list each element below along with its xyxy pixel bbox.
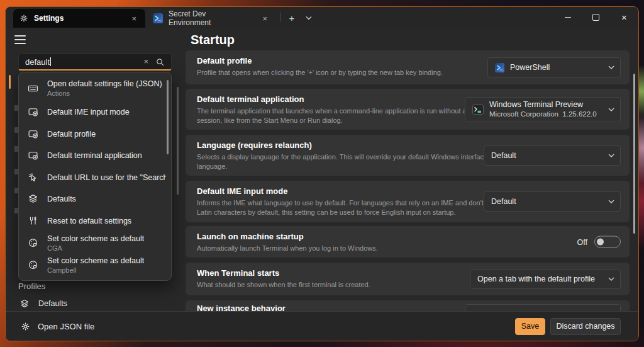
setting-title: Launch on machine startup — [197, 232, 378, 241]
setting-card-default-profile: Default profile Profile that opens when … — [186, 50, 630, 84]
chevron-down-icon — [608, 277, 614, 282]
search-result-item[interactable]: Default URL to use for the "Search... — [19, 167, 166, 188]
close-tab-icon[interactable]: × — [260, 13, 270, 24]
setting-title: When Terminal starts — [197, 268, 370, 278]
close-tab-icon[interactable]: × — [129, 13, 139, 24]
minimize-button[interactable] — [553, 7, 582, 28]
terminal-settings-window: Settings × Secret Dev Environment × + — [5, 6, 639, 341]
sidebar-item-label: Defaults — [38, 299, 67, 308]
when-terminal-starts-dropdown[interactable]: Open a tab with the default profile — [470, 269, 621, 289]
setting-title: Default terminal application — [197, 94, 511, 104]
tab-settings[interactable]: Settings × — [13, 9, 145, 28]
dropdown-value: PowerShell — [510, 63, 550, 72]
gear-icon — [19, 14, 28, 23]
palette-icon — [28, 237, 38, 248]
powershell-icon — [153, 13, 163, 23]
minimize-icon — [565, 17, 571, 18]
palette-icon — [28, 280, 38, 281]
keyboard-icon — [28, 83, 38, 94]
sidebar-profiles-header: Profiles — [18, 282, 45, 291]
search-input[interactable]: default × — [18, 54, 172, 71]
search-value: default — [25, 57, 50, 67]
language-dropdown[interactable]: Default — [484, 145, 621, 166]
setting-card-default-ime-input-mode: Default IME input mode Informs the IME w… — [186, 181, 630, 222]
titlebar[interactable]: Settings × Secret Dev Environment × + — [6, 7, 638, 28]
setting-card-launch-on-machine-startup: Launch on machine startup Automatically … — [186, 226, 630, 258]
search-result-item[interactable]: Default terminal application — [19, 145, 166, 166]
search-result-item[interactable]: Set color scheme as default Campbell — [19, 253, 166, 276]
open-json-file-label: Open JSON file — [38, 322, 94, 331]
new-tab-setting-icon — [28, 128, 38, 139]
setting-description: Informs the IME what language to use by … — [197, 198, 511, 218]
flyout-scrollbar[interactable] — [167, 80, 169, 154]
default-ime-input-mode-dropdown[interactable]: Default — [484, 191, 621, 212]
setting-description: What should be shown when the first term… — [197, 280, 370, 290]
search-result-item[interactable]: Default IME input mode — [19, 101, 166, 122]
setting-description: The terminal application that launches w… — [197, 106, 511, 126]
search-result-item[interactable]: Defaults — [19, 188, 166, 209]
search-result-item[interactable]: Set color scheme as default — [19, 275, 166, 281]
gear-icon — [21, 322, 30, 331]
layers-icon — [19, 299, 30, 309]
search-icon[interactable] — [155, 57, 165, 67]
layers-icon — [28, 193, 38, 204]
hamburger-menu-button[interactable] — [14, 35, 26, 44]
default-terminal-application-dropdown[interactable]: Windows Terminal Preview Microsoft Corpo… — [465, 97, 621, 122]
search-result-item[interactable]: Set color scheme as default CGA — [19, 231, 166, 254]
setting-card-default-terminal-application: Default terminal application The termina… — [186, 89, 630, 130]
setting-description: Automatically launch Terminal when you l… — [197, 244, 378, 253]
setting-title: Default profile — [197, 56, 443, 65]
desktop: { "glyphs": { "close": "×", "plus": "+" … — [0, 0, 644, 347]
setting-card-language: Language (requires relaunch) Selects a d… — [186, 135, 630, 176]
new-tab-button[interactable]: + — [284, 11, 299, 25]
chevron-down-icon — [608, 200, 614, 204]
new-tab-setting-icon — [28, 150, 38, 161]
save-button[interactable]: Save — [515, 318, 545, 335]
new-tab-setting-icon — [28, 106, 38, 117]
search-result-item[interactable]: Reset to default settings — [19, 210, 166, 231]
terminal-preview-icon — [472, 104, 484, 115]
search-results-flyout: Open default settings file (JSON) Action… — [18, 72, 172, 281]
setting-title: Default IME input mode — [197, 186, 511, 196]
toggle-state-label: Off — [577, 237, 587, 246]
discard-changes-button[interactable]: Discard changes — [550, 318, 621, 335]
dropdown-value: Default — [491, 197, 516, 206]
dropdown-value-sub: Microsoft Corporation 1.25.622.0 — [489, 110, 597, 118]
setting-description: Profile that opens when clicking the '+'… — [197, 68, 443, 77]
chevron-down-icon — [608, 65, 614, 70]
launch-on-startup-toggle[interactable] — [594, 236, 621, 248]
tab-label: Secret Dev Environment — [169, 9, 248, 27]
clear-search-icon[interactable]: × — [143, 57, 148, 66]
open-json-file-button[interactable]: Open JSON file — [21, 322, 94, 331]
toggle-knob — [597, 239, 604, 246]
maximize-icon — [592, 14, 599, 21]
text-caret — [50, 57, 51, 66]
maximize-button[interactable] — [582, 7, 610, 28]
powershell-icon — [495, 63, 504, 72]
sidebar-scrollbar[interactable] — [177, 87, 179, 195]
palette-icon — [28, 259, 38, 270]
tab-divider — [280, 13, 281, 22]
window-controls: × — [553, 7, 638, 28]
tab-secret-dev-environment[interactable]: Secret Dev Environment × — [147, 9, 276, 28]
setting-title: Language (requires relaunch) — [197, 140, 511, 150]
chevron-down-icon — [608, 107, 614, 111]
search-result-item[interactable]: Default profile — [19, 123, 166, 144]
chevron-down-icon — [306, 16, 312, 20]
default-profile-dropdown[interactable]: PowerShell — [487, 57, 621, 77]
sidebar-item-defaults[interactable]: Defaults — [19, 299, 67, 309]
tools-icon — [28, 215, 38, 226]
page-title: Startup — [191, 33, 235, 47]
setting-description: Selects a display language for the appli… — [197, 152, 511, 172]
close-button[interactable]: × — [610, 7, 638, 28]
tab-label: Settings — [34, 14, 64, 23]
nav-selection-indicator — [9, 75, 11, 89]
dropdown-value: Default — [491, 151, 516, 160]
content-scrollbar[interactable] — [633, 74, 635, 234]
chevron-down-icon — [608, 153, 614, 157]
footer-bar: Open JSON file Save Discard changes — [6, 311, 638, 341]
setting-card-when-terminal-starts: When Terminal starts What should be show… — [186, 263, 630, 295]
tab-dropdown-button[interactable] — [302, 11, 316, 25]
search-result-item[interactable]: Open default settings file (JSON) Action… — [19, 76, 166, 100]
dropdown-value: Windows Terminal Preview — [489, 100, 597, 110]
